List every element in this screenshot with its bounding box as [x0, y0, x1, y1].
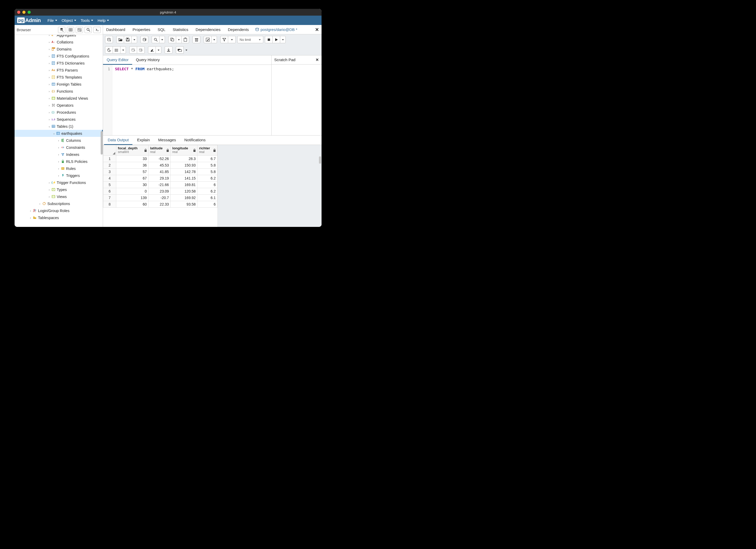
close-tab-icon[interactable]: ✕: [315, 27, 319, 33]
expand-caret-icon[interactable]: ›: [47, 48, 51, 51]
tree-node-tablespaces[interactable]: ›Tablespaces: [15, 214, 103, 221]
expand-caret-icon[interactable]: ›: [47, 76, 51, 79]
search-icon[interactable]: [85, 27, 92, 33]
tab-messages[interactable]: Messages: [155, 136, 180, 145]
macros-dropdown[interactable]: [183, 46, 189, 54]
expand-caret-icon[interactable]: ›: [47, 35, 51, 37]
copy-dropdown[interactable]: [176, 36, 182, 43]
expand-caret-icon[interactable]: ›: [47, 188, 51, 191]
edit-icon[interactable]: [204, 36, 212, 43]
table-row[interactable]: 46729.19141.156.2: [103, 175, 217, 182]
data-cell[interactable]: 30: [116, 182, 149, 188]
data-cell[interactable]: 6: [197, 182, 217, 188]
menu-tools[interactable]: Tools: [79, 17, 95, 24]
rollback-icon[interactable]: [137, 46, 145, 54]
expand-caret-icon[interactable]: ›: [47, 181, 51, 184]
delete-icon[interactable]: [193, 36, 200, 43]
tree-node-login-group-roles[interactable]: ›Login/Group Roles: [15, 207, 103, 214]
expand-caret-icon[interactable]: ›: [47, 69, 51, 72]
data-cell[interactable]: 142.78: [171, 169, 197, 175]
data-cell[interactable]: 141.15: [171, 175, 197, 182]
open-file-icon[interactable]: [116, 36, 124, 43]
tree-node-fts-configurations[interactable]: ›FTS Configurations: [15, 53, 103, 60]
grid-scrollbar[interactable]: [319, 156, 321, 164]
tab-query-editor[interactable]: Query Editor: [103, 55, 132, 65]
close-window-button[interactable]: [17, 11, 20, 14]
expand-caret-icon[interactable]: ›: [29, 209, 32, 212]
tree-node-fts-dictionaries[interactable]: ›FTS Dictionaries: [15, 60, 103, 67]
tab-properties[interactable]: Properties: [132, 26, 151, 33]
find-icon[interactable]: [152, 36, 159, 43]
data-cell[interactable]: 6: [197, 201, 217, 208]
sql-editor[interactable]: 1 SELECT * FROM earthquakes;: [103, 65, 271, 135]
tab-statistics[interactable]: Statistics: [172, 26, 189, 33]
tree-node-fts-templates[interactable]: ›FTS Templates: [15, 74, 103, 81]
tab-dashboard[interactable]: Dashboard: [106, 26, 126, 33]
column-header-focal_depth[interactable]: focal_depthsmallint: [116, 145, 149, 156]
expand-caret-icon[interactable]: ⌄: [47, 125, 51, 128]
table-row[interactable]: 7139-20.7169.926.1: [103, 195, 217, 201]
data-cell[interactable]: -52.26: [148, 156, 170, 162]
expand-caret-icon[interactable]: ⌄: [52, 132, 56, 135]
edit-dropdown[interactable]: [211, 36, 217, 43]
expand-caret-icon[interactable]: ›: [29, 216, 32, 219]
data-cell[interactable]: 23.09: [148, 188, 170, 195]
data-cell[interactable]: -20.7: [148, 195, 170, 201]
expand-caret-icon[interactable]: ›: [47, 62, 51, 65]
data-cell[interactable]: 67: [116, 175, 149, 182]
edit-data-icon[interactable]: [140, 36, 148, 43]
data-cell[interactable]: 33: [116, 156, 149, 162]
column-header-latitude[interactable]: latitudereal: [148, 145, 170, 156]
data-cell[interactable]: 5.8: [197, 162, 217, 169]
explain-analyze-icon[interactable]: [113, 46, 120, 54]
explain-dropdown[interactable]: [120, 46, 126, 54]
save-file-icon[interactable]: [124, 36, 132, 43]
tree-node-columns[interactable]: ›Columns: [15, 137, 103, 144]
data-cell[interactable]: 139: [116, 195, 149, 201]
commit-icon[interactable]: [129, 46, 137, 54]
data-cell[interactable]: 41.85: [148, 169, 170, 175]
table-row[interactable]: 35741.85142.785.8: [103, 169, 217, 175]
stop-icon[interactable]: [265, 36, 273, 43]
data-cell[interactable]: 60: [116, 201, 149, 208]
expand-caret-icon[interactable]: ›: [47, 97, 51, 100]
expand-caret-icon[interactable]: ›: [47, 104, 51, 107]
expand-caret-icon[interactable]: ›: [57, 146, 60, 149]
download-icon[interactable]: [165, 46, 172, 54]
data-cell[interactable]: 93.58: [171, 201, 197, 208]
macros-icon[interactable]: [176, 46, 184, 54]
data-cell[interactable]: 57: [116, 169, 149, 175]
tree-node-trigger-functions[interactable]: ›{⚡}Trigger Functions: [15, 179, 103, 186]
tab-data-output[interactable]: Data Output: [104, 136, 132, 145]
data-cell[interactable]: 6.7: [197, 156, 217, 162]
menu-object[interactable]: Object: [60, 17, 79, 24]
tree-node-types[interactable]: ›TTypes: [15, 186, 103, 193]
data-cell[interactable]: 169.92: [171, 195, 197, 201]
tree-node-indexes[interactable]: ›Indexes: [15, 151, 103, 158]
row-number-header[interactable]: [103, 145, 116, 156]
connection-icon[interactable]: [105, 36, 113, 43]
execute-icon[interactable]: [272, 36, 280, 43]
expand-caret-icon[interactable]: ›: [38, 202, 42, 205]
expand-caret-icon[interactable]: ›: [47, 195, 51, 198]
expand-caret-icon[interactable]: ›: [57, 174, 60, 177]
expand-caret-icon[interactable]: ›: [47, 41, 51, 44]
expand-caret-icon[interactable]: ›: [57, 160, 60, 163]
object-tree[interactable]: ›ΣAggregates›A↓Collations›Domains›FTS Co…: [15, 35, 103, 227]
data-cell[interactable]: 6.1: [197, 195, 217, 201]
tree-scrollbar[interactable]: [101, 131, 103, 155]
expand-caret-icon[interactable]: ›: [57, 167, 60, 170]
tree-node-triggers[interactable]: ›Triggers: [15, 172, 103, 179]
column-header-longitude[interactable]: longitudereal: [171, 145, 197, 156]
expand-caret-icon[interactable]: ›: [47, 55, 51, 58]
data-cell[interactable]: 45.53: [148, 162, 170, 169]
expand-caret-icon[interactable]: ›: [47, 111, 51, 114]
data-grid[interactable]: focal_depthsmallintlatitudereallongitude…: [103, 145, 217, 208]
explain-icon[interactable]: [105, 46, 113, 54]
tree-node-operators[interactable]: ›Operators: [15, 102, 103, 109]
query-tool-icon[interactable]: [58, 27, 65, 33]
data-cell[interactable]: 36: [116, 162, 149, 169]
clear-dropdown[interactable]: [156, 46, 161, 54]
table-row[interactable]: 86022.3393.586: [103, 201, 217, 208]
tree-node-subscriptions[interactable]: ›Subscriptions: [15, 200, 103, 207]
